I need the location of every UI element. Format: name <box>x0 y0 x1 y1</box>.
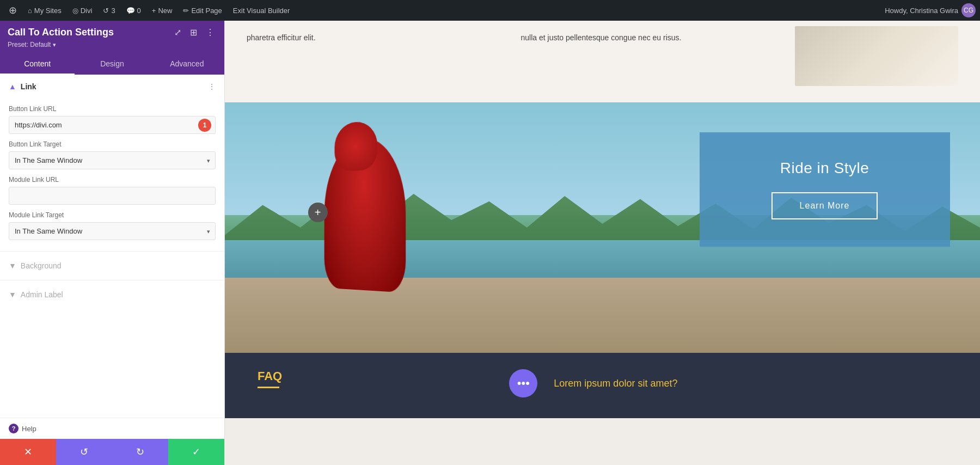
divider-1 <box>0 251 224 252</box>
edit-page-button[interactable]: ✏ Edit Page <box>179 0 226 21</box>
main-layout: Call To Action Settings ⤢ ⊞ ⋮ Preset: De… <box>0 21 980 465</box>
faq-bubble-dots: ••• <box>517 376 530 390</box>
preset-selector[interactable]: Preset: Default <box>8 41 217 48</box>
minimize-icon[interactable]: ⤢ <box>172 26 183 39</box>
sites-icon: ⌂ <box>28 7 32 15</box>
revisions-button[interactable]: ↺ 3 <box>99 0 119 21</box>
comments-icon: 💬 <box>126 7 135 15</box>
tab-design[interactable]: Design <box>75 54 149 75</box>
button-link-target-wrapper: In The Same Window In A New Tab/Window ▾ <box>9 151 216 169</box>
url-badge: 1 <box>198 119 211 132</box>
divider-2 <box>0 280 224 280</box>
background-section: ▼ Background <box>0 254 224 278</box>
faq-question: Lorem ipsum dolor sit amet? <box>554 378 677 389</box>
cta-box: Ride in Style Learn More <box>700 132 950 247</box>
tab-advanced[interactable]: Advanced <box>150 54 224 75</box>
module-link-url-label: Module Link URL <box>9 176 216 183</box>
panel-menu-icon[interactable]: ⋮ <box>204 26 217 39</box>
page-top-image <box>795 26 958 86</box>
page-preview: pharetra efficitur elit. nulla et justo … <box>225 21 980 465</box>
panel-tabs: Content Design Advanced <box>0 54 224 75</box>
save-button[interactable]: ✓ <box>168 439 224 465</box>
link-section-header-left: ▲ Link <box>9 82 36 91</box>
admin-bar: ⊕ ⌂ My Sites ◎ Divi ↺ 3 💬 0 + New ✏ Edit… <box>0 0 980 21</box>
learn-more-button[interactable]: Learn More <box>771 192 878 219</box>
admin-label-chevron-icon: ▼ <box>9 290 16 299</box>
link-chevron-icon: ▲ <box>9 82 16 91</box>
wp-logo-icon: ⊕ <box>9 4 17 16</box>
button-link-target-label: Button Link Target <box>9 140 216 148</box>
admin-label-section-header[interactable]: ▼ Admin Label <box>0 283 224 307</box>
settings-panel: Call To Action Settings ⤢ ⊞ ⋮ Preset: De… <box>0 21 225 465</box>
background-section-header-left: ▼ Background <box>9 261 62 270</box>
module-link-target-select[interactable]: In The Same Window In A New Tab/Window <box>9 222 216 240</box>
new-label: New <box>158 7 172 15</box>
layout-icon[interactable]: ⊞ <box>188 26 199 39</box>
comments-count: 0 <box>137 7 141 15</box>
link-section-body: Button Link URL 1 Button Link Target In … <box>0 105 224 249</box>
module-link-url-wrapper <box>9 187 216 205</box>
divi-button[interactable]: ◎ Divi <box>68 0 97 21</box>
faq-underline <box>258 387 279 388</box>
admin-label-section: ▼ Admin Label <box>0 283 224 307</box>
background-section-title: Background <box>21 261 62 270</box>
exit-builder-label: Exit Visual Builder <box>233 7 290 15</box>
panel-header: Call To Action Settings ⤢ ⊞ ⋮ Preset: De… <box>0 21 224 54</box>
page-top-text-col2: nulla et justo pellentesque congue nec e… <box>521 26 779 86</box>
help-icon[interactable]: ? <box>9 424 19 433</box>
link-section-menu-icon[interactable]: ⋮ <box>208 82 216 91</box>
module-link-url-input[interactable] <box>9 187 216 205</box>
revisions-count: 3 <box>111 7 115 15</box>
user-info: Howdy, Christina Gwira CG <box>885 3 976 17</box>
comments-button[interactable]: 💬 0 <box>122 0 145 21</box>
button-link-url-wrapper: 1 <box>9 116 216 134</box>
cancel-button[interactable]: ✕ <box>0 439 56 465</box>
user-greeting: Howdy, Christina Gwira <box>885 7 958 15</box>
background-section-header[interactable]: ▼ Background <box>0 254 224 278</box>
page-top-image-inner <box>795 26 958 86</box>
module-link-target-label: Module Link Target <box>9 211 216 219</box>
wp-logo-button[interactable]: ⊕ <box>4 0 21 21</box>
panel-bottom-bar: ✕ ↺ ↻ ✓ <box>0 439 224 465</box>
divi-label: Divi <box>81 7 93 15</box>
admin-label-section-header-left: ▼ Admin Label <box>9 290 63 299</box>
button-link-url-label: Button Link URL <box>9 105 216 113</box>
hero-deck <box>225 278 980 353</box>
new-button[interactable]: + New <box>148 0 177 21</box>
help-section: ? Help <box>0 418 224 439</box>
link-section-header[interactable]: ▲ Link ⋮ <box>0 75 224 99</box>
my-sites-button[interactable]: ⌂ My Sites <box>23 0 66 21</box>
avatar: CG <box>961 3 976 17</box>
my-sites-label: My Sites <box>34 7 62 15</box>
preset-label-text: Preset: Default <box>8 41 51 48</box>
panel-title: Call To Action Settings <box>8 27 114 38</box>
page-top-section: pharetra efficitur elit. nulla et justo … <box>225 21 980 102</box>
faq-title: FAQ <box>258 369 476 383</box>
edit-page-label: Edit Page <box>191 7 222 15</box>
revisions-icon: ↺ <box>103 7 109 15</box>
hero-section: + Ride in Style Learn More <box>225 102 980 353</box>
page-top-text-col1: pharetra efficitur elit. <box>247 26 505 86</box>
undo-button[interactable]: ↺ <box>56 439 112 465</box>
link-section: ▲ Link ⋮ Button Link URL 1 But <box>0 75 224 249</box>
faq-bubble[interactable]: ••• <box>509 369 537 397</box>
help-label: Help <box>22 425 36 433</box>
divi-icon: ◎ <box>72 7 78 15</box>
panel-header-top: Call To Action Settings ⤢ ⊞ ⋮ <box>8 26 217 39</box>
faq-right: ••• Lorem ipsum dolor sit amet? <box>509 369 947 397</box>
faq-left: FAQ <box>258 369 476 388</box>
module-link-target-wrapper: In The Same Window In A New Tab/Window ▾ <box>9 222 216 240</box>
button-link-url-input[interactable] <box>9 116 216 134</box>
panel-header-icons: ⤢ ⊞ ⋮ <box>172 26 217 39</box>
tab-content[interactable]: Content <box>0 54 75 75</box>
add-module-button[interactable]: + <box>308 203 328 222</box>
background-chevron-icon: ▼ <box>9 261 16 270</box>
panel-content: ▲ Link ⋮ Button Link URL 1 But <box>0 75 224 418</box>
admin-label-section-title: Admin Label <box>21 290 63 299</box>
exit-builder-button[interactable]: Exit Visual Builder <box>229 0 295 21</box>
button-link-target-select[interactable]: In The Same Window In A New Tab/Window <box>9 151 216 169</box>
link-section-title: Link <box>21 82 36 91</box>
redo-button[interactable]: ↻ <box>112 439 168 465</box>
plus-icon: + <box>152 7 156 15</box>
cta-title: Ride in Style <box>721 160 928 177</box>
